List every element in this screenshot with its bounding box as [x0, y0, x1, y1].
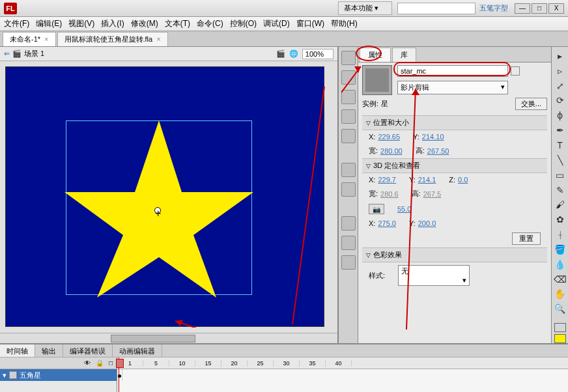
menu-item[interactable]: 文本(T) [165, 18, 190, 29]
dock-actions-icon[interactable] [341, 216, 356, 231]
app-logo: FL [4, 3, 17, 14]
ruler-tick: 40 [326, 360, 352, 367]
menu-item[interactable]: 编辑(E) [36, 18, 62, 29]
swap-button[interactable]: 交换... [515, 98, 547, 110]
scene-icon: 🎬 [12, 49, 21, 58]
menu-item[interactable]: 修改(M) [131, 18, 158, 29]
zoom-tool[interactable]: 🔍 [554, 302, 567, 315]
tab-library[interactable]: 库 [392, 48, 416, 62]
dock-history-icon[interactable] [341, 255, 356, 270]
timeline-tab[interactable]: 输出 [35, 344, 63, 357]
perspective-value[interactable]: 55.0 [397, 204, 411, 214]
menu-item[interactable]: 调试(D) [263, 18, 290, 29]
workspace-dropdown[interactable]: 基本功能 ▾ [338, 1, 392, 15]
rectangle-tool[interactable]: ▭ [554, 169, 567, 182]
menu-item[interactable]: 命令(C) [197, 18, 223, 29]
scene-name: 场景 1 [24, 49, 44, 59]
instance-info-icon[interactable] [511, 66, 520, 76]
dock-info-icon[interactable] [341, 109, 356, 124]
eyedropper-tool[interactable]: 💧 [554, 258, 567, 271]
menu-item[interactable]: 文件(F) [4, 18, 29, 29]
dock-library-icon[interactable] [341, 163, 356, 177]
edit-scene-icon[interactable]: 🎬 [276, 49, 285, 58]
document-tab[interactable]: 未命名-1*× [3, 32, 56, 46]
stage[interactable]: + [5, 66, 324, 327]
fill-color-swatch[interactable] [554, 334, 566, 343]
document-tab[interactable]: 用鼠标滚轮使五角星旋转.fla× [57, 32, 168, 46]
stage-horizontal-scrollbar[interactable] [0, 333, 337, 343]
line-tool[interactable]: ╲ [554, 154, 567, 167]
paint-bucket-tool[interactable]: 🪣 [554, 243, 567, 256]
maximize-button[interactable]: □ [532, 3, 547, 14]
close-tab-icon[interactable]: × [44, 35, 48, 43]
menu-item[interactable]: 视图(V) [68, 18, 94, 29]
instance-thumbnail[interactable] [362, 65, 392, 95]
close-button[interactable]: X [548, 3, 564, 14]
dock-color-icon[interactable] [341, 51, 356, 65]
dock-behaviors-icon[interactable] [341, 236, 356, 250]
subselection-tool[interactable]: ▹ [554, 64, 567, 77]
pen-tool[interactable]: ✒ [554, 124, 567, 137]
close-tab-icon[interactable]: × [156, 35, 160, 43]
bone-tool[interactable]: ⟊ [554, 228, 567, 241]
timeline-tab[interactable]: 时间轴 [0, 344, 35, 357]
timeline-tab[interactable]: 编译器错误 [63, 344, 113, 357]
section-3d[interactable]: 3D 定位和查看 [362, 158, 547, 173]
deco-tool[interactable]: ✿ [554, 213, 567, 226]
stroke-color-swatch[interactable] [554, 323, 566, 332]
scene-back-button[interactable]: ⇐ [4, 49, 10, 58]
vanishing-y-value[interactable]: 200.0 [418, 219, 436, 227]
zoom-dropdown[interactable]: 100% [302, 49, 334, 59]
minimize-button[interactable]: — [515, 3, 530, 14]
visibility-column-icon[interactable]: 👁 [84, 359, 91, 367]
vanishing-x-value[interactable]: 275.0 [378, 219, 396, 227]
height-value[interactable]: 267.50 [427, 147, 449, 155]
dock-swatches-icon[interactable] [341, 70, 356, 85]
ruler-tick: 25 [248, 360, 274, 367]
ruler-tick: 20 [221, 360, 248, 367]
section-position-size[interactable]: 位置和大小 [362, 115, 547, 130]
dock-components-icon[interactable] [341, 182, 356, 197]
search-input[interactable] [397, 3, 476, 14]
width-value[interactable]: 280.00 [380, 147, 403, 155]
width3d-value: 280.6 [380, 190, 399, 198]
instance-value: 星 [381, 99, 388, 109]
eraser-tool[interactable]: ⌫ [554, 273, 567, 286]
dock-align-icon[interactable] [341, 90, 356, 104]
lock-column-icon[interactable]: 🔒 [96, 359, 104, 367]
pencil-tool[interactable]: ✎ [554, 184, 567, 197]
tab-properties[interactable]: 属性 [360, 48, 391, 62]
x3d-value[interactable]: 229.7 [378, 176, 396, 184]
layer-name[interactable]: 五角星 [20, 371, 41, 380]
x-value[interactable]: 229.65 [378, 133, 400, 141]
section-color-effect[interactable]: 色彩效果 [362, 247, 547, 262]
selection-tool[interactable]: ▸ [554, 49, 567, 63]
y-value[interactable]: 214.10 [422, 133, 444, 141]
dock-transform-icon[interactable] [341, 129, 356, 143]
brush-tool[interactable]: 🖌 [554, 198, 567, 211]
menu-item[interactable]: 插入(I) [101, 18, 124, 29]
reset-button[interactable]: 重置 [512, 232, 541, 245]
instance-name-input[interactable] [397, 65, 508, 77]
ruler-tick: 35 [300, 360, 326, 367]
menu-item[interactable]: 帮助(H) [331, 18, 358, 29]
3d-rotation-tool[interactable]: ⟳ [554, 94, 567, 107]
instance-label: 实例: [362, 99, 378, 109]
text-tool[interactable]: T [554, 139, 567, 152]
symbol-type-dropdown[interactable]: 影片剪辑▾ [397, 81, 508, 94]
frame-row[interactable] [117, 369, 568, 381]
y3d-value[interactable]: 214.1 [418, 176, 436, 184]
ime-label: 五笔字型 [479, 3, 508, 13]
z3d-value[interactable]: 0.0 [458, 176, 468, 184]
outline-column-icon[interactable]: □ [109, 359, 113, 367]
perspective-icon: 📷 [369, 204, 384, 214]
menu-item[interactable]: 控制(O) [230, 18, 257, 29]
hand-tool[interactable]: ✋ [554, 288, 567, 301]
edit-symbols-icon[interactable]: 🌐 [289, 49, 298, 58]
color-style-dropdown[interactable]: 无▾ [398, 265, 470, 286]
menu-item[interactable]: 窗口(W) [296, 18, 324, 29]
layer-row[interactable]: ▾ 五角星 [0, 369, 117, 381]
free-transform-tool[interactable]: ⤢ [554, 79, 567, 92]
lasso-tool[interactable]: ɸ [554, 109, 567, 122]
timeline-tab[interactable]: 动画编辑器 [113, 344, 162, 357]
